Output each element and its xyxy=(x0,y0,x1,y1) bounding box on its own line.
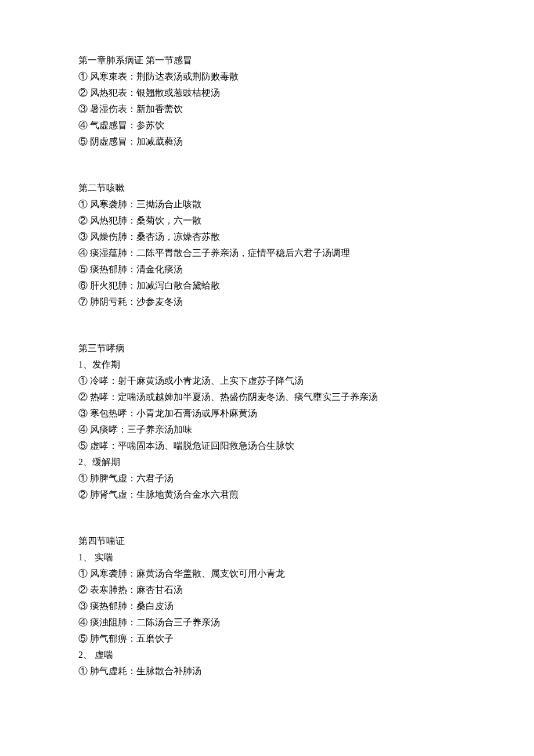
section3-sub2-item: ② 肺肾气虚：生脉地黄汤合金水六君煎 xyxy=(78,487,456,503)
section4-sub2-item: ① 肺气虚耗：生脉散合补肺汤 xyxy=(78,663,456,679)
section2-item: ⑦ 肺阴亏耗：沙参麦冬汤 xyxy=(78,294,456,310)
section1-item: ④ 气虚感冒：参苏饮 xyxy=(78,117,456,134)
section4-sub1-item: ④ 痰浊阻肺：二陈汤合三子养亲汤 xyxy=(78,614,456,631)
section2-item: ⑥ 肝火犯肺：加减泻白散合黛蛤散 xyxy=(78,278,456,294)
section2-item: ② 风热犯肺：桑菊饮，六一散 xyxy=(78,213,456,229)
section4-sub2-label: 2、 虚喘 xyxy=(78,647,456,663)
section4-sub1-item: ⑤ 肺气郁痹：五磨饮子 xyxy=(78,631,456,647)
section3-sub1-item: ④ 风痰哮：三子养亲汤加味 xyxy=(78,422,456,438)
section4-sub1-label: 1、 实喘 xyxy=(78,549,456,566)
section2-item: ⑤ 痰热郁肺：清金化痰汤 xyxy=(78,261,456,278)
section3-sub1-item: ① 冷哮：射干麻黄汤或小青龙汤、上实下虚苏子降气汤 xyxy=(78,373,456,389)
section1-item: ① 风寒束表：荆防达表汤或荆防败毒散 xyxy=(78,69,456,85)
section4-heading: 第四节喘证 xyxy=(78,533,456,549)
section4-sub1-item: ① 风寒袭肺：麻黄汤合华盖散、属支饮可用小青龙 xyxy=(78,566,456,582)
section3-sub2-item: ① 肺脾气虚：六君子汤 xyxy=(78,470,456,487)
section4-sub1-item: ② 表寒肺热：麻杏甘石汤 xyxy=(78,582,456,598)
section-separator xyxy=(78,150,456,180)
section3-sub1-item: ⑤ 虚哮：平喘固本汤、喘脱危证回阳救急汤合生脉饮 xyxy=(78,438,456,454)
section4-sub1-item: ③ 痰热郁肺：桑白皮汤 xyxy=(78,598,456,614)
section3-sub2-label: 2、缓解期 xyxy=(78,454,456,470)
section3-sub1-item: ③ 寒包热哮：小青龙加石膏汤或厚朴麻黄汤 xyxy=(78,405,456,422)
section1-heading: 第一章肺系病证 第一节感冒 xyxy=(78,52,456,69)
section2-item: ① 风寒袭肺：三拗汤合止咳散 xyxy=(78,196,456,213)
section-separator xyxy=(78,503,456,533)
section3-heading: 第三节哮病 xyxy=(78,340,456,357)
section1-item: ⑤ 阴虚感冒：加减葳蕤汤 xyxy=(78,134,456,150)
section2-heading: 第二节咳嗽 xyxy=(78,180,456,196)
section2-item: ④ 痰湿蕴肺：二陈平胃散合三子养亲汤，症情平稳后六君子汤调理 xyxy=(78,245,456,261)
section2-item: ③ 风燥伤肺：桑杏汤，凉燥杏苏散 xyxy=(78,229,456,245)
section1-item: ② 风热犯表：银翘散或葱豉桔梗汤 xyxy=(78,85,456,101)
section-separator xyxy=(78,310,456,340)
section1-item: ③ 暑湿伤表：新加香薷饮 xyxy=(78,101,456,117)
section3-sub1-item: ② 热哮：定喘汤或越婢加半夏汤、热盛伤阴麦冬汤、痰气壅实三子养亲汤 xyxy=(78,389,456,405)
section3-sub1-label: 1、发作期 xyxy=(78,357,456,373)
